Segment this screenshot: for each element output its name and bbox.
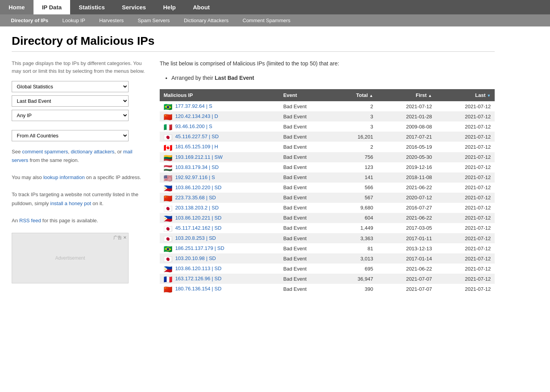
comment-spammers-link[interactable]: comment spammers bbox=[22, 149, 68, 155]
ip-link[interactable]: 103.86.120.220 | SD bbox=[175, 185, 222, 190]
rss-feed-link[interactable]: RSS feed bbox=[19, 218, 41, 223]
cell-ip: 🇫🇷 163.172.126.96 | SD bbox=[160, 274, 279, 284]
ip-link[interactable]: 193.169.212.11 | SW bbox=[175, 154, 223, 160]
cell-event: Bad Event bbox=[279, 264, 334, 274]
nav-ipdata[interactable]: IP Data bbox=[33, 0, 71, 14]
cell-ip: 🇵🇭 103.86.120.220 | SD bbox=[160, 183, 279, 193]
nav-home[interactable]: Home bbox=[0, 0, 33, 14]
subnav-spam[interactable]: Spam Servers bbox=[131, 14, 177, 26]
cell-last: 2021-07-12 bbox=[436, 162, 495, 172]
install-honey-pot-link[interactable]: install a honey pot bbox=[50, 200, 91, 206]
cell-first: 2018-11-08 bbox=[377, 172, 436, 183]
sort-select[interactable]: Last Bad Event bbox=[12, 95, 129, 107]
ip-link[interactable]: 103.20.10.98 | SD bbox=[175, 255, 216, 261]
cell-ip: 🇵🇭 103.86.120.221 | SD bbox=[160, 213, 279, 223]
table-row: 🇯🇵 103.20.10.98 | SD Bad Event 3,013 201… bbox=[160, 253, 495, 264]
dictionary-attackers-link[interactable]: dictionary attackers bbox=[71, 149, 115, 155]
ip-link[interactable]: 103.86.120.113 | SD bbox=[175, 265, 222, 271]
th-last[interactable]: Last bbox=[436, 89, 495, 101]
ip-link[interactable]: 223.73.35.68 | SD bbox=[175, 195, 216, 200]
ip-type-select[interactable]: Any IP bbox=[12, 110, 129, 121]
country-flag: 🇵🇭 bbox=[164, 215, 172, 221]
lookup-information-link[interactable]: lookup information bbox=[43, 174, 85, 180]
cell-total: 36,947 bbox=[334, 274, 377, 284]
nav-about[interactable]: About bbox=[184, 0, 218, 14]
th-total[interactable]: Total bbox=[334, 89, 377, 101]
table-row: 🇯🇵 45.117.142.162 | SD Bad Event 1,449 2… bbox=[160, 223, 495, 233]
cell-total: 16,201 bbox=[334, 132, 377, 142]
nav-help[interactable]: Help bbox=[155, 0, 185, 14]
ip-link[interactable]: 103.20.8.253 | SD bbox=[175, 235, 216, 241]
cell-first: 2020-05-30 bbox=[377, 152, 436, 162]
country-flag: 🇧🇷 bbox=[164, 104, 172, 109]
cell-last: 2021-07-12 bbox=[436, 101, 495, 111]
cell-first: 2021-06-22 bbox=[377, 213, 436, 223]
ip-link[interactable]: 186.251.137.179 | SD bbox=[175, 245, 224, 251]
cell-event: Bad Event bbox=[279, 193, 334, 203]
cell-first: 2021-06-22 bbox=[377, 264, 436, 274]
country-flag: 🇯🇵 bbox=[164, 256, 172, 262]
cell-ip: 🇱🇹 193.169.212.11 | SW bbox=[160, 152, 279, 162]
country-select[interactable]: From All Countries bbox=[12, 130, 129, 141]
cell-total: 566 bbox=[334, 183, 377, 193]
global-statistics-select[interactable]: Global Statistics bbox=[12, 81, 129, 92]
cell-first: 2017-07-21 bbox=[377, 132, 436, 142]
sidebar-ad: 广告 ✕ Advertisement bbox=[12, 233, 129, 283]
top-nav: Home IP Data Statistics Services Help Ab… bbox=[0, 0, 550, 14]
subnav-directory[interactable]: Directory of IPs bbox=[4, 14, 55, 26]
cell-total: 3,013 bbox=[334, 253, 377, 264]
cell-event: Bad Event bbox=[279, 243, 334, 253]
ip-link[interactable]: 93.46.16.200 | S bbox=[175, 123, 212, 129]
ip-link[interactable]: 177.37.92.64 | S bbox=[175, 103, 212, 109]
ip-link[interactable]: 181.65.125.109 | H bbox=[175, 144, 218, 149]
cell-event: Bad Event bbox=[279, 132, 334, 142]
subnav-lookup[interactable]: Lookup IP bbox=[55, 14, 92, 26]
cell-ip: 🇨🇳 223.73.35.68 | SD bbox=[160, 193, 279, 203]
subnav-harvesters[interactable]: Harvesters bbox=[92, 14, 131, 26]
cell-last: 2021-07-12 bbox=[436, 213, 495, 223]
ip-link[interactable]: 203.138.203.2 | SD bbox=[175, 205, 219, 211]
country-flag: 🇵🇭 bbox=[164, 185, 172, 191]
cell-total: 141 bbox=[334, 172, 377, 183]
nav-services[interactable]: Services bbox=[113, 0, 155, 14]
ip-link[interactable]: 103.83.179.34 | SD bbox=[175, 164, 219, 170]
table-row: 🇨🇳 223.73.35.68 | SD Bad Event 567 2020-… bbox=[160, 193, 495, 203]
ip-link[interactable]: 192.92.97.116 | S bbox=[175, 174, 215, 180]
cell-last: 2021-07-12 bbox=[436, 274, 495, 284]
table-row: 🇧🇷 186.251.137.179 | SD Bad Event 81 201… bbox=[160, 243, 495, 253]
cell-total: 756 bbox=[334, 152, 377, 162]
cell-last: 2021-07-12 bbox=[436, 223, 495, 233]
cell-ip: 🇧🇷 186.251.137.179 | SD bbox=[160, 243, 279, 253]
table-row: 🇨🇳 120.42.134.243 | D Bad Event 3 2021-0… bbox=[160, 111, 495, 121]
cell-ip: 🇨🇳 120.42.134.243 | D bbox=[160, 111, 279, 121]
cell-last: 2021-07-12 bbox=[436, 152, 495, 162]
ip-link[interactable]: 163.172.126.96 | SD bbox=[175, 276, 222, 281]
cell-total: 567 bbox=[334, 193, 377, 203]
cell-ip: 🇧🇷 177.37.92.64 | S bbox=[160, 101, 279, 111]
subnav-dictionary[interactable]: Dictionary Attackers bbox=[177, 14, 236, 26]
country-flag: 🇯🇵 bbox=[164, 205, 172, 211]
country-flag: 🇺🇸 bbox=[164, 175, 172, 181]
table-row: 🇵🇭 103.86.120.221 | SD Bad Event 604 202… bbox=[160, 213, 495, 223]
cell-total: 604 bbox=[334, 213, 377, 223]
cell-event: Bad Event bbox=[279, 213, 334, 223]
ip-link[interactable]: 180.76.136.154 | SD bbox=[175, 286, 222, 292]
th-first[interactable]: First bbox=[377, 89, 436, 101]
cell-first: 2020-07-12 bbox=[377, 193, 436, 203]
cell-total: 3 bbox=[334, 121, 377, 132]
ip-link[interactable]: 45.117.142.162 | SD bbox=[175, 225, 222, 231]
nav-statistics[interactable]: Statistics bbox=[70, 0, 113, 14]
cell-total: 3 bbox=[334, 111, 377, 121]
ip-link[interactable]: 103.86.120.221 | SD bbox=[175, 215, 222, 221]
cell-event: Bad Event bbox=[279, 152, 334, 162]
cell-ip: 🇯🇵 45.116.227.57 | SD bbox=[160, 132, 279, 142]
ip-link[interactable]: 45.116.227.57 | SD bbox=[175, 134, 219, 139]
ip-link[interactable]: 120.42.134.243 | D bbox=[175, 113, 218, 119]
subnav-comment[interactable]: Comment Spammers bbox=[236, 14, 298, 26]
cell-ip: 🇭🇺 103.83.179.34 | SD bbox=[160, 162, 279, 172]
cell-event: Bad Event bbox=[279, 121, 334, 132]
cell-event: Bad Event bbox=[279, 162, 334, 172]
cell-total: 3,363 bbox=[334, 233, 377, 243]
cell-first: 2021-06-22 bbox=[377, 183, 436, 193]
country-flag: 🇫🇷 bbox=[164, 276, 172, 282]
